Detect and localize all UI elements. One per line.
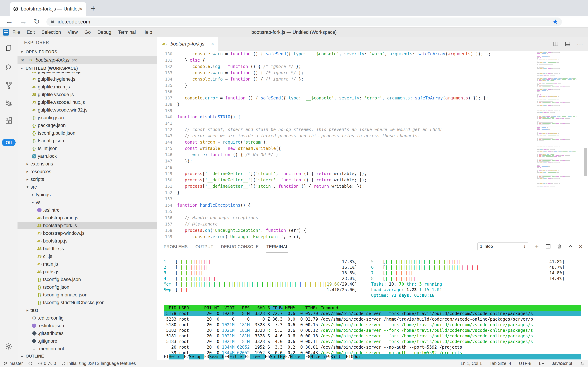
code-line-158[interactable]: 158 process.on('uncaughtException', func… [157, 227, 588, 234]
tree-item-gulpfile.vscode.linux.js[interactable]: JSgulpfile.vscode.linux.js [17, 98, 157, 106]
menu-terminal[interactable]: Terminal [115, 30, 139, 35]
code-line-142[interactable]: 142 // const stdout, stderr and stdin be… [157, 126, 588, 133]
tree-item-tslint.json[interactable]: {}tslint.json [17, 145, 157, 152]
fkey-label-F8[interactable]: Nice + [310, 354, 326, 359]
fkey-F7[interactable]: F7 [285, 354, 290, 359]
outline-section[interactable]: ▸ OUTLINE [17, 352, 157, 360]
code-line-155[interactable]: 155 [157, 208, 588, 215]
app-logo-icon[interactable] [3, 29, 9, 35]
menu-debug[interactable]: Debug [94, 30, 115, 35]
fkey-F5[interactable]: F5 [245, 354, 250, 359]
tree-item-vs[interactable]: ▸vs [17, 199, 157, 206]
tree-item-.editorconfig[interactable]: ⚙.editorconfig [17, 314, 157, 322]
status-tab-size-4[interactable]: Tab Size: 4 [490, 361, 511, 366]
off-toggle[interactable]: Off [2, 139, 16, 146]
status-lf[interactable]: LF [539, 361, 544, 366]
terminal[interactable]: 1[|||||||||||||17.8%]2[||||||||||||16.1%… [157, 253, 588, 360]
process-row-5233[interactable]: 5233 root 20 0 0 0 0 Z 36.3 0.0 0:02.79 … [164, 317, 581, 322]
fkey-label-F5[interactable]: Tree [250, 354, 265, 359]
split-terminal-icon[interactable] [545, 243, 551, 249]
tree-item-test[interactable]: ▸test [17, 306, 157, 314]
tree-item-bootstrap-window.js[interactable]: JSbootstrap-window.js [17, 229, 157, 237]
tree-item-tsconfig.base.json[interactable]: {}tsconfig.base.json [17, 275, 157, 283]
tree-item-.eslintrc.json[interactable]: .eslintrc.json [17, 322, 157, 330]
problems-item[interactable]: 0 0 [38, 361, 56, 366]
code-line-159[interactable]: 159 console.error('Uncaught Exception: '… [157, 234, 588, 240]
code-line-133[interactable]: 133 console.warn = function () { /* igno… [157, 70, 588, 76]
code-line-152[interactable]: 152} [157, 190, 588, 196]
code-editor[interactable]: 130 console.warn = function () { safeSen… [157, 51, 588, 240]
fkey-label-F9[interactable]: Kill [331, 354, 346, 359]
tree-item-bootstrap.js[interactable]: JSbootstrap.js [17, 237, 157, 245]
tree-item-tsconfig.json[interactable]: {}tsconfig.json [17, 283, 157, 291]
tree-item-tsconfig.monaco.json[interactable]: {}tsconfig.monaco.json [17, 291, 157, 299]
tree-item-gulpfile.mixin.js[interactable]: JSgulpfile.mixin.js [17, 83, 157, 91]
tree-item-gulpfile.vscode.js[interactable]: JSgulpfile.vscode.js [17, 91, 157, 98]
tree-item-jsconfig.json[interactable]: {}jsconfig.json [17, 114, 157, 122]
tree-item-tsconfig.json[interactable]: {}tsconfig.json [17, 137, 157, 145]
editor-tab[interactable]: JS bootstrap-fork.js × [157, 37, 218, 51]
tree-item-gulpfile.hygiene.js[interactable]: JSgulpfile.hygiene.js [17, 75, 157, 83]
code-line-150[interactable]: 150 process['__defineGetter__']('stderr'… [157, 177, 588, 183]
fkey-label-F4[interactable]: Filter [230, 354, 245, 359]
process-row-5183[interactable]: 5183 root 20 0 1021M 181M 3328 S 4.0 0.6… [164, 339, 581, 344]
sync-icon[interactable] [28, 361, 33, 366]
code-line-148[interactable]: 148 [157, 164, 588, 171]
extensions-icon[interactable] [0, 117, 17, 125]
menu-help[interactable]: Help [139, 30, 156, 35]
search-icon[interactable] [0, 63, 17, 72]
debug-icon[interactable] [0, 99, 17, 108]
code-line-139[interactable]: 139 [157, 108, 588, 114]
open-editor-item[interactable]: × JS bootstrap-fork.js src [17, 56, 157, 64]
code-line-151[interactable]: 151 process['__defineGetter__']('stdin',… [157, 183, 588, 190]
tree-item-.eslintrc[interactable]: .eslintrc [17, 206, 157, 214]
menu-view[interactable]: View [64, 30, 81, 35]
code-line-154[interactable]: 154function handleExceptions() { [157, 202, 588, 208]
tree-item-extensions[interactable]: ▸extensions [17, 160, 157, 168]
fkey-F6[interactable]: F6 [265, 354, 270, 359]
back-icon[interactable]: ← [6, 17, 13, 25]
tree-item-buildfile.js[interactable]: JSbuildfile.js [17, 245, 157, 252]
tree-item-main.js[interactable]: JSmain.js [17, 260, 157, 268]
code-line-143[interactable]: 143 // error when we are inside a forked… [157, 133, 588, 139]
htop-table-header[interactable]: PID USER PRI NI VIRT RES SHR S CPU% MEM%… [164, 305, 581, 311]
fkey-F2[interactable]: F2 [184, 354, 189, 359]
maximize-panel-icon[interactable] [568, 243, 573, 249]
split-editor-icon[interactable] [553, 41, 559, 47]
fkey-F9[interactable]: F9 [326, 354, 331, 359]
source-control-icon[interactable] [0, 81, 17, 90]
url-bar[interactable]: ide.coder.com ★ [46, 17, 562, 26]
panel-tab-output[interactable]: OUTPUT [195, 240, 213, 252]
forward-icon[interactable]: → [20, 17, 27, 25]
code-line-145[interactable]: 145 const writable = new stream.Writable… [157, 145, 588, 152]
fkey-label-F7[interactable]: Nice - [290, 354, 306, 359]
kill-terminal-icon[interactable] [556, 243, 562, 249]
fkey-label-F10[interactable]: Quit [353, 354, 581, 359]
code-line-132[interactable]: 132 console.log = function () { /* ignor… [157, 63, 588, 70]
tree-item-typings[interactable]: ▸typings [17, 191, 157, 199]
panel-tab-terminal[interactable]: TERMINAL [266, 240, 288, 252]
menu-file[interactable]: File [9, 30, 24, 35]
tree-item-paths.js[interactable]: JSpaths.js [17, 268, 157, 275]
tree-item-package.json[interactable]: {}package.json [17, 122, 157, 129]
code-line-131[interactable]: 131 } else { [157, 57, 588, 63]
tree-item-.gitignore[interactable]: .gitignore [17, 337, 157, 345]
tree-item-cli.js[interactable]: JScli.js [17, 252, 157, 260]
tree-item-gulpfile.vscode.win32.js[interactable]: JSgulpfile.vscode.win32.js [17, 106, 157, 114]
tree-item-scripts[interactable]: ▸scripts [17, 175, 157, 183]
new-tab-button[interactable]: + [91, 3, 96, 13]
workspace-section[interactable]: ▾ UNTITLED (WORKSPACE) [17, 64, 157, 72]
process-row-5182[interactable]: 5182 root 20 0 1021M 181M 3328 R 5.3 0.6… [164, 328, 581, 333]
tree-item-gulpfile.extensions.js[interactable]: JSgulpfile.extensions.js [17, 72, 157, 75]
code-line-146[interactable]: 146 write: function () { /* No OP */ } [157, 152, 588, 158]
code-line-141[interactable]: 141 [157, 120, 588, 126]
code-line-130[interactable]: 130 console.warn = function () { safeSen… [157, 51, 588, 57]
status-javascript[interactable]: JavaScript [552, 361, 572, 366]
new-terminal-icon[interactable]: ＋ [534, 243, 540, 249]
code-line-140[interactable]: 140function disableSTDIO() { [157, 114, 588, 120]
open-editors-section[interactable]: ▾ OPEN EDITORS [17, 48, 157, 56]
settings-gear-icon[interactable] [0, 342, 17, 350]
code-line-147[interactable]: 147 }); [157, 158, 588, 164]
process-row-5181[interactable]: 5181 root 20 0 1021M 181M 3328 S 4.6 0.6… [164, 333, 581, 339]
code-line-156[interactable]: 156 // Handle uncaught exceptions [157, 215, 588, 221]
